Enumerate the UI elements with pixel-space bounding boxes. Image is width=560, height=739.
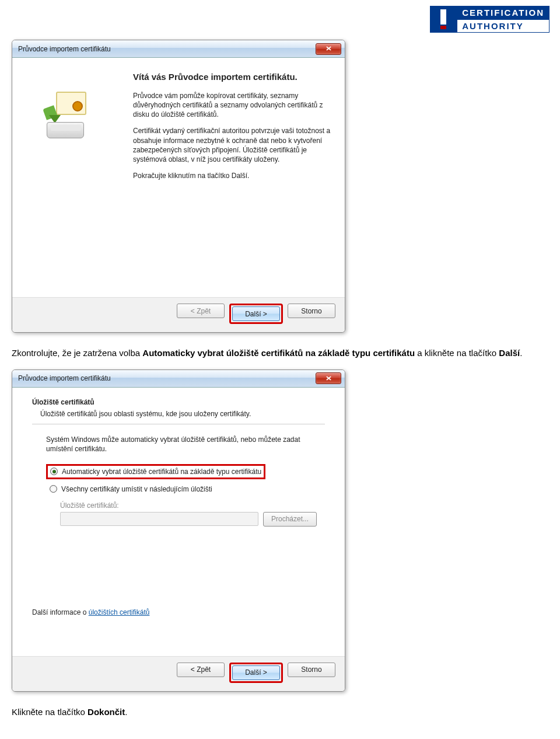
logo: CERTIFICATION AUTHORITY (430, 6, 550, 33)
radio-auto[interactable] (50, 468, 58, 475)
radio-manual[interactable] (50, 485, 57, 493)
window-title-2: Průvodce importem certifikátu (18, 374, 111, 382)
cancel-button-2[interactable]: Storno (288, 663, 335, 677)
wizard-paragraph-1: Průvodce vám pomůže kopírovat certifikát… (133, 91, 331, 120)
button-row-2: < Zpět Další > Storno (12, 656, 345, 691)
back-button-2[interactable]: < Zpět (177, 663, 225, 677)
instruction-2: Klikněte na tlačítko Dokončit. (0, 700, 560, 726)
instr1-bold2: Další (499, 348, 520, 358)
wizard-dialog-1: Průvodce importem certifikátu ✕ Vítá vás… (12, 40, 345, 333)
wizard-heading: Vítá vás Průvodce importem certifikátu. (133, 72, 331, 83)
more-info-row: Další informace o úložištích certifikátů (32, 608, 325, 616)
store-field-label: Úložiště certifikátů: (46, 496, 319, 512)
instr1-post: . (520, 348, 522, 358)
instr2-bold: Dokončit (88, 707, 125, 717)
wizard-paragraph-3: Pokračujte kliknutím na tlačítko Další. (133, 171, 331, 180)
store-input (60, 512, 258, 526)
close-button[interactable]: ✕ (316, 43, 341, 55)
instr2-post: . (125, 707, 127, 717)
section-subtext: Úložiště certifikátů jsou oblasti systém… (32, 410, 325, 418)
titlebar: Průvodce importem certifikátu ✕ (12, 40, 345, 58)
more-pre: Další informace o (32, 608, 89, 616)
instr1-pre: Zkontrolujte, že je zatržena volba (12, 348, 142, 358)
wizard-dialog-2: Průvodce importem certifikátu ✕ Úložiště… (12, 370, 345, 692)
intro-text: Systém Windows může automaticky vybrat ú… (46, 435, 319, 454)
instr1-bold: Automaticky vybrat úložiště certifikátů … (142, 348, 415, 358)
radio-auto-label: Automaticky vybrat úložiště certifikátů … (62, 468, 261, 476)
next-button-2[interactable]: Další > (232, 665, 280, 680)
wizard-paragraph-2: Certifikát vydaný certifikační autoritou… (133, 126, 331, 164)
certificate-import-icon (43, 92, 96, 138)
wizard-sidebar (12, 58, 126, 297)
button-row: < Zpět Další > Storno (12, 297, 345, 332)
logo-text-1: CERTIFICATION (457, 6, 550, 19)
logo-text-2: AUTHORITY (457, 19, 550, 33)
close-icon: ✕ (326, 45, 332, 53)
logo-bar: CERTIFICATION AUTHORITY (0, 0, 560, 37)
browse-button[interactable]: Procházet... (263, 512, 317, 527)
window-title: Průvodce importem certifikátu (18, 45, 111, 53)
back-button[interactable]: < Zpět (177, 304, 225, 318)
instr1-mid: a klikněte na tlačítko (415, 348, 499, 358)
more-info-link[interactable]: úložištích certifikátů (89, 608, 150, 616)
highlight-next: Další > (229, 304, 283, 324)
logo-mark-icon (430, 6, 457, 33)
next-button[interactable]: Další > (232, 306, 280, 321)
divider (32, 424, 325, 424)
highlight-next-2: Další > (229, 663, 283, 683)
radio-manual-label: Všechny certifikáty umístit v následujíc… (61, 485, 212, 493)
close-button-2[interactable]: ✕ (316, 372, 341, 384)
cancel-button[interactable]: Storno (288, 304, 335, 318)
instruction-1: Zkontrolujte, že je zatržena volba Autom… (0, 341, 560, 367)
titlebar-2: Průvodce importem certifikátu ✕ (12, 370, 345, 388)
highlight-option-1: Automaticky vybrat úložiště certifikátů … (46, 464, 265, 479)
section-heading: Úložiště certifikátů (32, 398, 325, 406)
close-icon: ✕ (326, 375, 332, 382)
instr2-pre: Klikněte na tlačítko (12, 707, 88, 717)
